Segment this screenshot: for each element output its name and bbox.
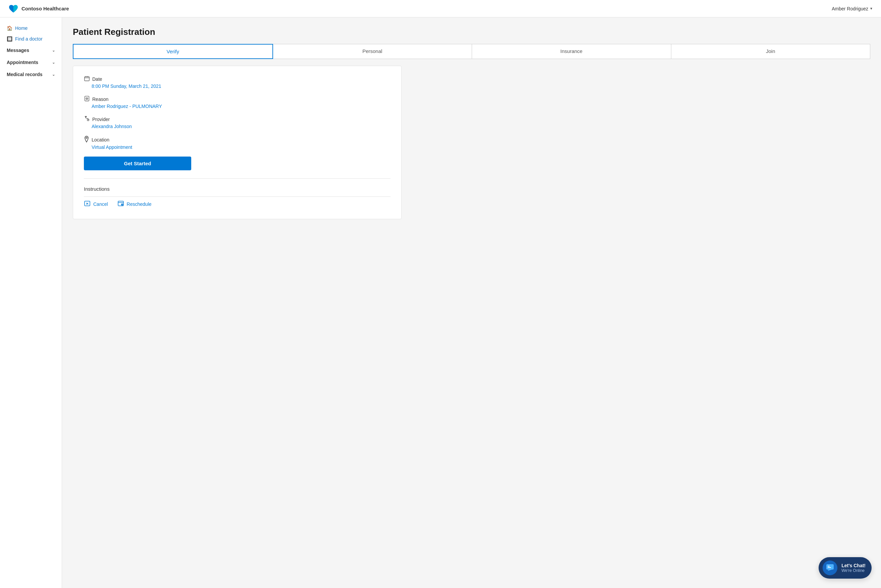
date-label: Date xyxy=(92,76,102,82)
provider-row: Provider Alexandra Johnson xyxy=(84,116,391,129)
appointment-card: Date 8:00 PM Sunday, March 21, 2021 Reas… xyxy=(73,66,401,219)
sidebar-item-home-label: Home xyxy=(15,26,27,31)
user-menu[interactable]: Amber Rodriguez ▼ xyxy=(832,6,873,11)
provider-value: Alexandra Johnson xyxy=(92,124,391,129)
chat-bubble[interactable]: Let's Chat! We're Online xyxy=(819,557,872,579)
location-label-row: Location xyxy=(84,136,391,144)
svg-rect-16 xyxy=(828,567,831,568)
sidebar-appointments-label: Appointments xyxy=(7,60,38,65)
main-content: Patient Registration Verify Personal Ins… xyxy=(62,17,881,588)
sidebar: 🏠 Home 🔲 Find a doctor Messages ⌄ Appoin… xyxy=(0,17,62,588)
reason-label-row: Reason xyxy=(84,96,391,103)
tab-verify[interactable]: Verify xyxy=(73,44,273,59)
reschedule-label: Reschedule xyxy=(127,201,152,207)
stethoscope-icon xyxy=(84,116,90,123)
sidebar-collapsible-messages[interactable]: Messages ⌄ xyxy=(0,44,62,56)
tab-personal[interactable]: Personal xyxy=(273,44,472,59)
reschedule-link[interactable]: Reschedule xyxy=(117,200,152,208)
home-icon: 🏠 xyxy=(7,26,12,31)
provider-label-row: Provider xyxy=(84,116,391,123)
location-label: Location xyxy=(92,137,109,142)
location-pin-icon xyxy=(84,136,89,144)
date-row: Date 8:00 PM Sunday, March 21, 2021 xyxy=(84,75,391,89)
svg-rect-13 xyxy=(826,564,834,570)
cancel-link[interactable]: Cancel xyxy=(84,200,108,208)
tab-join[interactable]: Join xyxy=(671,44,870,59)
svg-point-9 xyxy=(86,137,87,138)
reason-value: Amber Rodriguez - PULMONARY xyxy=(92,104,391,109)
reschedule-icon xyxy=(117,200,124,208)
svg-rect-2 xyxy=(87,76,88,78)
svg-point-8 xyxy=(86,116,87,117)
sidebar-messages-label: Messages xyxy=(7,48,29,53)
date-label-row: Date xyxy=(84,75,391,83)
location-value: Virtual Appointment xyxy=(92,144,391,150)
chat-icon-wrapper xyxy=(822,561,837,575)
sidebar-collapsible-medical-records[interactable]: Medical records ⌄ xyxy=(0,68,62,81)
cancel-icon xyxy=(84,200,90,208)
location-row: Location Virtual Appointment xyxy=(84,136,391,150)
logo-text: Contoso Healthcare xyxy=(21,6,69,11)
sidebar-item-home[interactable]: 🏠 Home xyxy=(0,23,62,33)
chat-icon xyxy=(825,564,834,572)
sidebar-item-find-doctor-label: Find a doctor xyxy=(15,36,43,42)
page-title: Patient Registration xyxy=(73,27,870,37)
get-started-button[interactable]: Get Started xyxy=(84,156,191,170)
cancel-label: Cancel xyxy=(93,201,108,207)
calendar-icon xyxy=(84,75,90,83)
svg-rect-15 xyxy=(828,566,830,567)
sidebar-item-find-doctor[interactable]: 🔲 Find a doctor xyxy=(0,33,62,44)
tab-insurance[interactable]: Insurance xyxy=(472,44,671,59)
svg-rect-1 xyxy=(86,76,86,78)
reason-label: Reason xyxy=(92,96,108,102)
header: Contoso Healthcare Amber Rodriguez ▼ xyxy=(0,0,881,17)
provider-label: Provider xyxy=(92,117,110,122)
chat-subtitle: We're Online xyxy=(841,568,866,573)
card-actions: Cancel Reschedule xyxy=(84,196,391,210)
sidebar-collapsible-appointments[interactable]: Appointments ⌄ xyxy=(0,56,62,68)
svg-point-5 xyxy=(87,98,87,99)
records-chevron-icon: ⌄ xyxy=(52,72,55,77)
messages-chevron-icon: ⌄ xyxy=(52,48,55,52)
reason-row: Reason Amber Rodriguez - PULMONARY xyxy=(84,96,391,109)
date-value: 8:00 PM Sunday, March 21, 2021 xyxy=(92,84,391,89)
logo: Contoso Healthcare xyxy=(8,3,69,14)
tabs: Verify Personal Insurance Join xyxy=(73,44,870,59)
user-chevron-icon: ▼ xyxy=(870,7,873,10)
chat-title: Let's Chat! xyxy=(841,563,866,568)
instructions-label: Instructions xyxy=(84,182,391,196)
layout: 🏠 Home 🔲 Find a doctor Messages ⌄ Appoin… xyxy=(0,17,881,588)
user-name: Amber Rodriguez xyxy=(832,6,868,11)
svg-rect-0 xyxy=(84,77,89,81)
chat-bubble-text: Let's Chat! We're Online xyxy=(841,563,866,573)
find-doctor-icon: 🔲 xyxy=(7,36,12,42)
sidebar-records-label: Medical records xyxy=(7,72,43,77)
appointments-chevron-icon: ⌄ xyxy=(52,60,55,65)
reason-icon xyxy=(84,96,90,103)
logo-icon xyxy=(8,3,19,14)
